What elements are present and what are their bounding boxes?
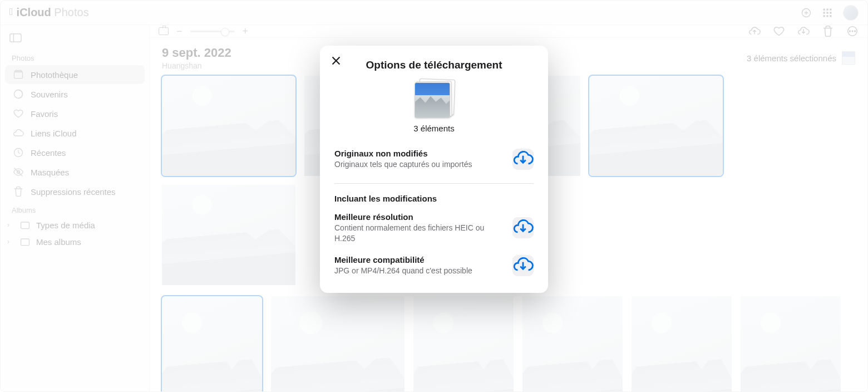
option-most-compatible-desc: JPG or MP4/H.264 quand c'est possible (334, 266, 505, 276)
option-most-compatible-title: Meilleure compatibilité (334, 255, 505, 264)
section-including-edits: Incluant les modifications (320, 192, 548, 207)
item-count-label: 3 éléments (413, 124, 454, 133)
option-unmodified-desc: Originaux tels que capturés ou importés (334, 159, 505, 170)
download-most-compatible-button[interactable] (512, 255, 534, 276)
preview-thumbnail-stack (415, 79, 453, 118)
option-best-resolution-desc: Contient normalement des fichiers HEIC o… (334, 223, 505, 244)
download-best-resolution-button[interactable] (512, 217, 534, 238)
download-options-dialog: Options de téléchargement 3 éléments Ori… (320, 46, 548, 293)
dialog-title: Options de téléchargement (320, 56, 548, 79)
download-unmodified-button[interactable] (512, 149, 534, 170)
option-best-resolution-title: Meilleure résolution (334, 212, 505, 222)
option-unmodified-title: Originaux non modifiés (334, 149, 505, 158)
divider (334, 183, 534, 184)
close-button[interactable] (330, 55, 342, 67)
